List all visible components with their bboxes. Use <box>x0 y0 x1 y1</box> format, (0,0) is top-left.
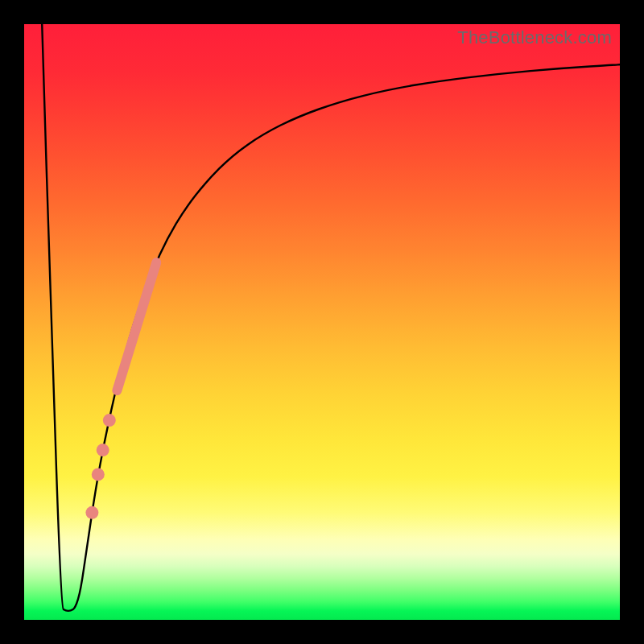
highlight-dot <box>97 444 109 456</box>
highlight-dot <box>103 414 116 427</box>
highlight-dot <box>85 506 98 519</box>
plot-area: TheBottleneck.com <box>24 24 620 620</box>
bottleneck-curve <box>42 24 620 611</box>
chart-frame: TheBottleneck.com <box>0 0 644 644</box>
highlight-dot <box>92 468 105 481</box>
curve-layer <box>24 24 620 620</box>
highlight-band <box>117 262 156 390</box>
